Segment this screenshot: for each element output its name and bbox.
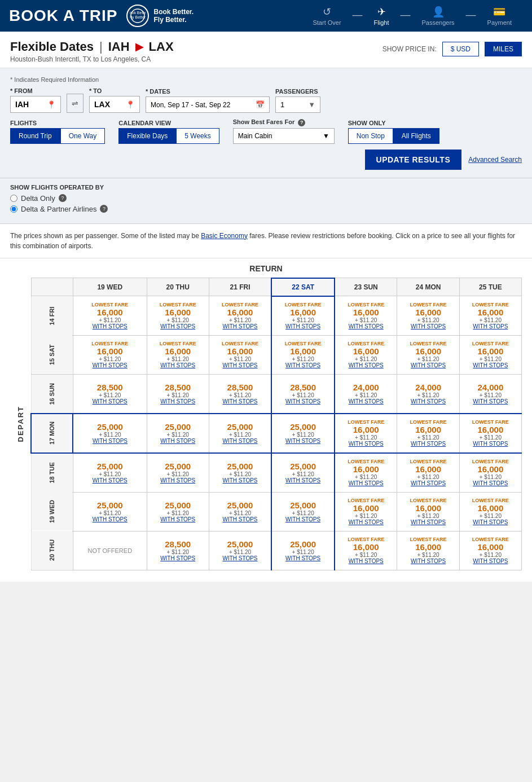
nav-step-start-over[interactable]: ↺ Start Over bbox=[301, 6, 352, 26]
stops-link[interactable]: WITH STOPS bbox=[349, 398, 384, 405]
price-cell[interactable]: LOWEST FARE16,000+ $11.20WITH STOPS bbox=[335, 492, 397, 531]
stops-link[interactable]: WITH STOPS bbox=[160, 323, 195, 330]
price-cell[interactable]: LOWEST FARE16,000+ $11.20WITH STOPS bbox=[73, 335, 147, 374]
one-way-button[interactable]: One Way bbox=[60, 128, 105, 144]
stops-link[interactable]: WITH STOPS bbox=[473, 362, 508, 368]
col-header-22sat[interactable]: 22 SAT bbox=[271, 278, 335, 296]
stops-link[interactable]: WITH STOPS bbox=[411, 362, 446, 368]
price-cell[interactable]: LOWEST FARE16,000+ $11.20WITH STOPS bbox=[459, 453, 521, 493]
round-trip-button[interactable]: Round Trip bbox=[10, 128, 60, 144]
price-cell[interactable]: LOWEST FARE16,000+ $11.20WITH STOPS bbox=[335, 414, 397, 453]
stops-link[interactable]: WITH STOPS bbox=[93, 438, 127, 444]
partner-airlines-radio[interactable] bbox=[10, 205, 17, 213]
stops-link[interactable]: WITH STOPS bbox=[349, 441, 384, 447]
stops-link[interactable]: WITH STOPS bbox=[285, 398, 320, 405]
price-cell[interactable]: 25,000+ $11.20WITH STOPS bbox=[271, 453, 335, 493]
price-cell[interactable]: LOWEST FARE16,000+ $11.20WITH STOPS bbox=[335, 453, 397, 493]
price-cell[interactable]: LOWEST FARE16,000+ $11.20WITH STOPS bbox=[397, 453, 459, 493]
nav-step-passengers[interactable]: 👤 Passengers bbox=[410, 6, 465, 26]
stops-link[interactable]: WITH STOPS bbox=[473, 398, 508, 405]
price-cell[interactable]: 25,000+ $11.20WITH STOPS bbox=[271, 414, 335, 453]
stops-link[interactable]: WITH STOPS bbox=[411, 398, 446, 405]
non-stop-button[interactable]: Non Stop bbox=[348, 128, 393, 144]
price-cell[interactable]: 25,000+ $11.20WITH STOPS bbox=[73, 453, 147, 493]
col-header-19wed[interactable]: 19 WED bbox=[73, 278, 147, 296]
nav-step-payment[interactable]: 💳 Payment bbox=[476, 6, 523, 26]
price-cell[interactable]: 25,000+ $11.20WITH STOPS bbox=[271, 492, 335, 531]
best-fares-select[interactable]: Main Cabin ▼ bbox=[233, 128, 335, 144]
stops-link[interactable]: WITH STOPS bbox=[349, 362, 384, 368]
delta-only-info-icon[interactable]: ? bbox=[59, 194, 67, 202]
price-cell[interactable]: LOWEST FARE16,000+ $11.20WITH STOPS bbox=[459, 492, 521, 531]
price-cell[interactable]: LOWEST FARE16,000+ $11.20WITH STOPS bbox=[397, 335, 459, 374]
price-cell[interactable]: 25,000+ $11.20WITH STOPS bbox=[209, 414, 271, 453]
stops-link[interactable]: WITH STOPS bbox=[411, 480, 446, 486]
price-cell[interactable]: 25,000+ $11.20WITH STOPS bbox=[73, 492, 147, 531]
price-cell[interactable]: 28,500+ $11.20WITH STOPS bbox=[209, 374, 271, 414]
price-cell[interactable]: LOWEST FARE16,000+ $11.20WITH STOPS bbox=[147, 335, 209, 374]
stops-link[interactable]: WITH STOPS bbox=[473, 441, 508, 447]
stops-link[interactable]: WITH STOPS bbox=[349, 480, 384, 486]
stops-link[interactable]: WITH STOPS bbox=[223, 438, 258, 444]
price-cell[interactable]: 24,000+ $11.20WITH STOPS bbox=[335, 374, 397, 414]
stops-link[interactable]: WITH STOPS bbox=[223, 477, 258, 484]
miles-button[interactable]: MILES bbox=[485, 42, 522, 56]
col-header-24mon[interactable]: 24 MON bbox=[397, 278, 459, 296]
usd-button[interactable]: $ USD bbox=[442, 42, 479, 56]
stops-link[interactable]: WITH STOPS bbox=[285, 362, 320, 368]
price-cell[interactable]: LOWEST FARE16,000+ $11.20WITH STOPS bbox=[459, 296, 521, 336]
price-cell[interactable]: LOWEST FARE16,000+ $11.20WITH STOPS bbox=[397, 414, 459, 453]
stops-link[interactable]: WITH STOPS bbox=[160, 438, 195, 444]
price-cell[interactable]: LOWEST FARE16,000+ $11.20WITH STOPS bbox=[459, 531, 521, 570]
stops-link[interactable]: WITH STOPS bbox=[160, 477, 195, 484]
passengers-input[interactable]: 1 ▼ bbox=[275, 96, 320, 113]
from-input[interactable]: IAH 📍 bbox=[10, 96, 61, 113]
stops-link[interactable]: WITH STOPS bbox=[160, 516, 195, 522]
delta-only-radio[interactable] bbox=[10, 195, 17, 202]
price-cell[interactable]: 25,000+ $11.20WITH STOPS bbox=[209, 531, 271, 570]
stops-link[interactable]: WITH STOPS bbox=[223, 555, 258, 561]
price-cell[interactable]: LOWEST FARE16,000+ $11.20WITH STOPS bbox=[397, 492, 459, 531]
col-header-20thu[interactable]: 20 THU bbox=[147, 278, 209, 296]
stops-link[interactable]: WITH STOPS bbox=[411, 558, 446, 564]
stops-link[interactable]: WITH STOPS bbox=[160, 555, 195, 561]
stops-link[interactable]: WITH STOPS bbox=[93, 362, 127, 368]
price-cell[interactable]: 25,000+ $11.20WITH STOPS bbox=[147, 453, 209, 493]
to-input[interactable]: LAX 📍 bbox=[89, 96, 140, 113]
five-weeks-button[interactable]: 5 Weeks bbox=[176, 128, 219, 144]
price-cell[interactable]: NOT OFFERED bbox=[73, 531, 147, 570]
partner-airlines-info-icon[interactable]: ? bbox=[100, 205, 108, 213]
stops-link[interactable]: WITH STOPS bbox=[93, 323, 127, 330]
flexible-days-button[interactable]: Flexible Days bbox=[118, 128, 176, 144]
price-cell[interactable]: LOWEST FARE16,000+ $11.20WITH STOPS bbox=[335, 335, 397, 374]
stops-link[interactable]: WITH STOPS bbox=[349, 519, 384, 525]
price-cell[interactable]: LOWEST FARE16,000+ $11.20WITH STOPS bbox=[335, 531, 397, 570]
price-cell[interactable]: LOWEST FARE16,000+ $11.20WITH STOPS bbox=[271, 296, 335, 336]
swap-button[interactable]: ⇌ bbox=[67, 94, 83, 113]
stops-link[interactable]: WITH STOPS bbox=[223, 398, 258, 405]
price-cell[interactable]: LOWEST FARE16,000+ $11.20WITH STOPS bbox=[209, 296, 271, 336]
price-cell[interactable]: 25,000+ $11.20WITH STOPS bbox=[209, 492, 271, 531]
col-header-21fri[interactable]: 21 FRI bbox=[209, 278, 271, 296]
col-header-23sun[interactable]: 23 SUN bbox=[335, 278, 397, 296]
stops-link[interactable]: WITH STOPS bbox=[285, 438, 320, 444]
all-flights-button[interactable]: All Flights bbox=[393, 128, 439, 144]
price-cell[interactable]: LOWEST FARE16,000+ $11.20WITH STOPS bbox=[459, 414, 521, 453]
stops-link[interactable]: WITH STOPS bbox=[223, 323, 258, 330]
basic-economy-link[interactable]: Basic Economy bbox=[201, 232, 248, 240]
stops-link[interactable]: WITH STOPS bbox=[285, 323, 320, 330]
price-cell[interactable]: LOWEST FARE16,000+ $11.20WITH STOPS bbox=[397, 296, 459, 336]
stops-link[interactable]: WITH STOPS bbox=[160, 398, 195, 405]
stops-link[interactable]: WITH STOPS bbox=[349, 323, 384, 330]
stops-link[interactable]: WITH STOPS bbox=[93, 516, 127, 522]
nav-step-flight[interactable]: ✈ Flight bbox=[363, 6, 401, 26]
price-cell[interactable]: 25,000+ $11.20WITH STOPS bbox=[73, 414, 147, 453]
stops-link[interactable]: WITH STOPS bbox=[411, 441, 446, 447]
price-cell[interactable]: LOWEST FARE16,000+ $11.20WITH STOPS bbox=[397, 531, 459, 570]
price-cell[interactable]: LOWEST FARE16,000+ $11.20WITH STOPS bbox=[73, 296, 147, 336]
price-cell[interactable]: 28,500+ $11.20WITH STOPS bbox=[147, 531, 209, 570]
stops-link[interactable]: WITH STOPS bbox=[93, 477, 127, 484]
price-cell[interactable]: LOWEST FARE16,000+ $11.20WITH STOPS bbox=[335, 296, 397, 336]
stops-link[interactable]: WITH STOPS bbox=[411, 519, 446, 525]
price-cell[interactable]: 25,000+ $11.20WITH STOPS bbox=[147, 414, 209, 453]
